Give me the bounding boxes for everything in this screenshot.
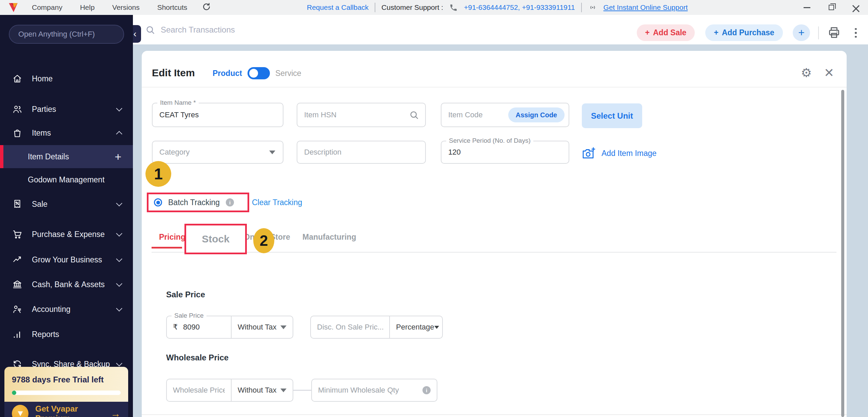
modal-scrollbar[interactable] [841,90,844,417]
transaction-search[interactable] [145,15,450,44]
wholesale-price-input[interactable] [167,386,231,395]
items-bag-icon [12,127,23,139]
discount-input[interactable] [311,323,389,332]
settings-gear-icon[interactable]: ⚙ [801,66,812,80]
assign-code-button[interactable]: Assign Code [508,107,565,122]
cart-icon [12,229,23,240]
add-sale-button[interactable]: +Add Sale [637,24,695,41]
sidebar-item-sale[interactable]: Sale [0,192,133,216]
description-input[interactable] [297,148,425,157]
sidebar-subitem-label: Godown Management [28,175,104,184]
annotation-badge-1: 1 [145,161,171,187]
info-icon[interactable]: i [422,386,431,394]
product-service-toggle[interactable] [248,67,270,79]
menu-company[interactable]: Company [32,3,62,12]
sidebar-subitem-label: Item Details [28,152,69,161]
clear-tracking-link[interactable]: Clear Tracking [252,198,302,207]
min-wholesale-qty-input[interactable] [312,386,422,395]
divider [142,414,847,415]
support-phone-numbers[interactable]: +91-6364444752, +91-9333911911 [464,3,575,12]
minimize-icon [804,7,810,8]
batch-tracking-label: Batch Tracking [168,198,220,207]
get-premium-button[interactable]: Get Vyapar Premium → [4,402,128,417]
min-wholesale-qty-field[interactable]: i [311,379,437,402]
restore-icon [829,5,834,10]
close-modal-icon[interactable]: ✕ [824,66,834,80]
service-period-field[interactable]: Service Period (No. of Days) [441,141,569,164]
online-support-link[interactable]: Get Instant Online Support [604,3,688,12]
growth-icon [12,254,23,265]
rupee-symbol: ₹ [167,323,178,332]
home-icon [12,73,23,84]
wholesale-tax-dropdown[interactable]: Without Tax [231,379,293,402]
item-name-input[interactable] [153,111,283,119]
minimize-button[interactable] [795,0,819,15]
sidebar-item-home[interactable]: Home [0,66,133,91]
sidebar-item-label: Parties [32,105,56,114]
refresh-icon[interactable] [202,2,211,13]
menu-help[interactable]: Help [80,3,95,12]
print-button[interactable] [827,26,841,41]
add-item-image-button[interactable]: Add Item Image [582,146,656,160]
toggle-knob [249,69,258,78]
caret-down-icon [280,389,287,392]
maximize-button[interactable] [819,0,844,15]
add-purchase-button[interactable]: +Add Purchase [705,24,783,41]
sidebar-item-label: Sale [32,200,47,209]
service-period-input[interactable] [441,148,569,157]
item-code-input[interactable] [441,111,508,119]
sidebar-item-parties[interactable]: Parties [0,97,133,121]
batch-tracking-radio[interactable] [154,198,162,206]
item-hsn-field[interactable] [297,103,426,127]
quick-add-button[interactable]: + [793,24,810,41]
sidebar-item-godown-management[interactable]: Godown Management [0,168,133,191]
sale-price-group: Sale Price ₹ 8090 Without Tax [166,316,293,339]
sidebar-item-reports[interactable]: Reports [0,322,133,346]
service-label[interactable]: Service [275,69,301,78]
sidebar-item-items[interactable]: Items [0,121,133,145]
divider [142,87,847,87]
sidebar-item-purchase-expense[interactable]: Purchase & Expense [0,222,133,246]
transaction-search-input[interactable] [161,25,398,35]
category-dropdown[interactable] [152,141,283,164]
wholesale-price-field[interactable] [166,379,232,402]
close-window-button[interactable] [844,0,868,15]
item-name-field[interactable]: Item Name * [152,103,283,127]
open-anything-input[interactable] [18,30,115,39]
category-input[interactable] [153,148,269,157]
trial-days-text: 9788 days Free Trial left [12,375,121,384]
hsn-search-icon[interactable] [409,110,419,120]
sale-price-field[interactable]: Sale Price ₹ 8090 [166,316,232,339]
add-item-plus-icon[interactable]: + [115,151,121,162]
item-code-field[interactable]: Assign Code [441,103,569,127]
sale-tax-dropdown[interactable]: Without Tax [231,316,293,339]
description-field[interactable] [297,141,426,164]
wholesale-group: Without Tax i [166,379,437,402]
tab-manufacturing[interactable]: Manufacturing [302,233,356,242]
tab-stock[interactable]: Stock [202,233,230,245]
sidebar-item-grow-your-business[interactable]: Grow Your Business [0,247,133,272]
sidebar-item-accounting[interactable]: Accounting [0,297,133,321]
menu-versions[interactable]: Versions [112,3,140,12]
item-hsn-input[interactable] [297,111,409,119]
add-item-image-label: Add Item Image [601,149,656,158]
more-options-button[interactable] [849,26,863,40]
sidebar-item-cash-bank-assets[interactable]: Cash, Bank & Assets [0,272,133,297]
reports-icon [12,329,23,340]
select-unit-button[interactable]: Select Unit [582,103,642,128]
premium-label: Get Vyapar Premium [35,404,111,417]
sidebar-item-item-details[interactable]: Item Details + [0,145,133,168]
menu-shortcuts[interactable]: Shortcuts [157,3,188,12]
request-callback-link[interactable]: Request a Callback [307,3,369,12]
tab-pricing[interactable]: Pricing [159,233,185,242]
chevron-down-icon [116,256,122,262]
discount-field[interactable] [310,316,390,339]
chevron-down-icon [116,280,122,286]
info-icon[interactable]: i [226,198,234,206]
sidebar-item-label: Accounting [32,305,71,314]
window-controls [795,0,868,15]
sale-price-heading: Sale Price [166,290,205,299]
discount-type-dropdown[interactable]: Percentage [389,316,443,339]
open-anything-search[interactable] [9,25,124,44]
product-label[interactable]: Product [213,69,242,78]
